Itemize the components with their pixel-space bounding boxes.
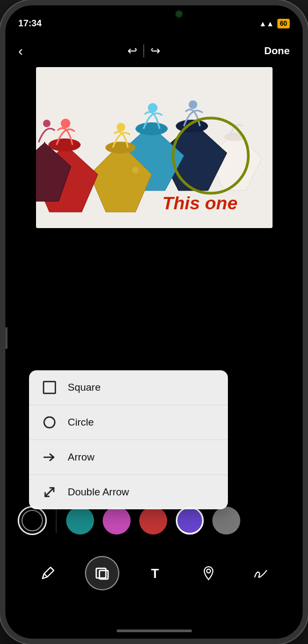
side-handle bbox=[5, 327, 8, 349]
menu-item-double-arrow[interactable]: Double Arrow bbox=[29, 475, 228, 509]
menu-item-arrow[interactable]: Arrow bbox=[29, 440, 228, 475]
location-tool[interactable] bbox=[194, 558, 224, 588]
square-icon bbox=[42, 380, 57, 395]
svg-point-15 bbox=[61, 119, 70, 128]
menu-label-double-arrow: Double Arrow bbox=[68, 486, 129, 498]
svg-line-25 bbox=[51, 567, 54, 570]
double-arrow-icon bbox=[42, 485, 57, 500]
phone-shell: 17:34 ▲▲ 60 ‹ ↩ ↪ Done bbox=[0, 0, 308, 644]
color-red[interactable] bbox=[139, 507, 167, 535]
color-teal[interactable] bbox=[66, 507, 94, 535]
arrow-icon bbox=[42, 450, 57, 465]
svg-line-24 bbox=[44, 574, 47, 577]
svg-point-8 bbox=[148, 103, 157, 113]
camera-indicator bbox=[176, 11, 182, 17]
svg-line-23 bbox=[45, 488, 54, 496]
undo-icon[interactable]: ↩ bbox=[127, 44, 137, 58]
image-area: This one bbox=[36, 67, 273, 228]
svg-point-5 bbox=[189, 100, 197, 109]
color-white[interactable] bbox=[18, 507, 46, 535]
svg-point-10 bbox=[105, 142, 135, 153]
menu-item-square[interactable]: Square bbox=[29, 370, 228, 405]
signature-tool[interactable] bbox=[246, 558, 276, 588]
svg-point-17 bbox=[43, 120, 51, 127]
svg-point-29 bbox=[206, 569, 210, 573]
bottom-toolbar: T bbox=[5, 550, 303, 596]
done-button[interactable]: Done bbox=[264, 45, 290, 57]
shapes-tool[interactable] bbox=[85, 556, 119, 590]
svg-point-7 bbox=[135, 122, 168, 135]
home-indicator bbox=[117, 630, 192, 632]
text-tool[interactable]: T bbox=[141, 558, 171, 588]
svg-text:This one: This one bbox=[162, 193, 238, 213]
photo-content: This one bbox=[36, 67, 273, 228]
menu-label-circle: Circle bbox=[68, 416, 94, 428]
svg-rect-26 bbox=[96, 568, 106, 578]
svg-point-21 bbox=[44, 417, 55, 428]
shape-menu: Square Circle Arrow bbox=[29, 370, 228, 509]
svg-point-11 bbox=[117, 123, 125, 131]
header-center: ↩ ↪ bbox=[127, 44, 160, 58]
gift-photo: This one bbox=[36, 67, 273, 228]
pencil-tool[interactable] bbox=[33, 558, 63, 588]
menu-label-arrow: Arrow bbox=[68, 451, 95, 463]
header-divider bbox=[144, 45, 144, 57]
svg-point-14 bbox=[48, 138, 81, 151]
redo-icon[interactable]: ↪ bbox=[151, 44, 160, 58]
color-purple[interactable] bbox=[103, 507, 131, 535]
color-violet[interactable] bbox=[176, 507, 204, 535]
header-bar: ‹ ↩ ↪ Done bbox=[5, 35, 303, 67]
menu-label-square: Square bbox=[68, 382, 101, 393]
signal-icon: ▲▲ bbox=[259, 19, 274, 28]
menu-item-circle[interactable]: Circle bbox=[29, 405, 228, 440]
palette-divider bbox=[56, 509, 56, 533]
back-button[interactable]: ‹ bbox=[18, 43, 23, 60]
battery-indicator: 60 bbox=[277, 19, 290, 28]
svg-point-12 bbox=[132, 167, 139, 173]
phone-screen: 17:34 ▲▲ 60 ‹ ↩ ↪ Done bbox=[5, 5, 303, 639]
color-gray[interactable] bbox=[212, 507, 240, 535]
svg-rect-20 bbox=[44, 382, 55, 393]
status-time: 17:34 bbox=[18, 18, 41, 29]
notch bbox=[111, 5, 197, 23]
status-right: ▲▲ 60 bbox=[259, 19, 290, 28]
svg-text:T: T bbox=[151, 566, 159, 581]
circle-icon bbox=[42, 415, 57, 430]
